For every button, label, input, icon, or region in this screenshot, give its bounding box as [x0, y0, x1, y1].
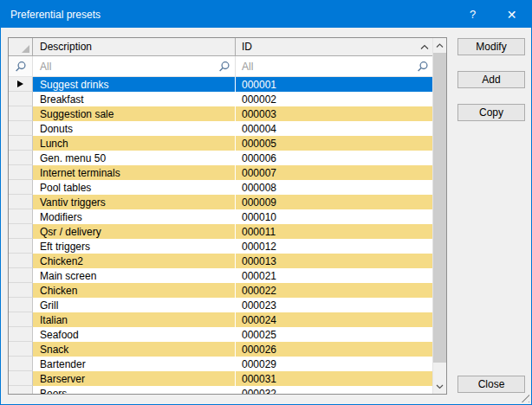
description-cell[interactable]: Beers [33, 386, 236, 394]
table-row[interactable]: Pool tables000008 [9, 180, 432, 195]
description-cell[interactable]: Main screen [33, 268, 236, 283]
add-button[interactable]: Add [457, 71, 525, 88]
id-cell[interactable]: 000004 [236, 121, 432, 136]
row-header-cell[interactable] [9, 342, 33, 357]
description-cell[interactable]: Lunch [33, 136, 236, 151]
id-cell[interactable]: 000013 [236, 254, 432, 268]
description-cell[interactable]: Seafood [33, 327, 236, 342]
select-all-corner-cell[interactable] [9, 38, 33, 55]
table-row[interactable]: Bartender000029 [9, 357, 432, 371]
table-row[interactable]: Barserver000031 [9, 371, 432, 386]
table-row[interactable]: Suggestion sale000003 [9, 106, 432, 121]
row-header-cell[interactable] [9, 327, 33, 342]
description-cell[interactable]: Eft triggers [33, 239, 236, 254]
description-cell[interactable]: Snack [33, 342, 236, 357]
id-filter-input[interactable]: All [236, 56, 432, 76]
description-cell[interactable]: Vantiv triggers [33, 195, 236, 209]
description-cell[interactable]: Pool tables [33, 180, 236, 195]
description-filter-input[interactable]: All [33, 56, 236, 76]
id-cell[interactable]: 000011 [236, 224, 432, 239]
row-header-cell[interactable] [9, 357, 33, 371]
row-header-cell[interactable] [9, 298, 33, 312]
filter-corner-cell[interactable] [9, 56, 33, 76]
scroll-down-button[interactable] [433, 379, 446, 394]
table-row[interactable]: Vantiv triggers000009 [9, 195, 432, 209]
description-cell[interactable]: Grill [33, 298, 236, 312]
description-cell[interactable]: Bartender [33, 357, 236, 371]
table-row[interactable]: Italian000024 [9, 312, 432, 327]
id-cell[interactable]: 000026 [236, 342, 432, 357]
description-cell[interactable]: Italian [33, 312, 236, 327]
search-icon[interactable] [417, 61, 429, 73]
title-bar[interactable]: Preferential presets ? ✕ [1, 1, 531, 28]
table-row[interactable]: Chicken2000013 [9, 254, 432, 268]
table-row[interactable]: Eft triggers000012 [9, 239, 432, 254]
row-header-cell[interactable] [9, 151, 33, 165]
row-header-cell[interactable] [9, 386, 33, 394]
description-cell[interactable]: Breakfast [33, 92, 236, 106]
table-row[interactable]: Qsr / delivery000011 [9, 224, 432, 239]
id-cell[interactable]: 000006 [236, 151, 432, 165]
id-cell[interactable]: 000009 [236, 195, 432, 209]
row-header-cell[interactable] [9, 254, 33, 268]
column-header-description[interactable]: Description [33, 38, 236, 55]
table-row[interactable]: Modifiers000010 [9, 209, 432, 224]
row-header-cell[interactable] [9, 180, 33, 195]
copy-button[interactable]: Copy [457, 104, 525, 121]
id-cell[interactable]: 000023 [236, 298, 432, 312]
id-cell[interactable]: 000032 [236, 386, 432, 394]
row-header-cell[interactable] [9, 121, 33, 136]
id-cell[interactable]: 000029 [236, 357, 432, 371]
description-cell[interactable]: Modifiers [33, 209, 236, 224]
scrollbar-thumb[interactable] [433, 53, 446, 363]
row-header-cell[interactable] [9, 283, 33, 298]
id-cell[interactable]: 000003 [236, 106, 432, 121]
description-cell[interactable]: Barserver [33, 371, 236, 386]
table-row[interactable]: Snack000026 [9, 342, 432, 357]
row-header-cell[interactable] [9, 268, 33, 283]
table-row[interactable]: Chicken000022 [9, 283, 432, 298]
id-cell[interactable]: 000002 [236, 92, 432, 106]
table-row[interactable]: Breakfast000002 [9, 92, 432, 106]
id-cell[interactable]: 000012 [236, 239, 432, 254]
modify-button[interactable]: Modify [457, 38, 525, 55]
description-cell[interactable]: Chicken2 [33, 254, 236, 268]
id-cell[interactable]: 000008 [236, 180, 432, 195]
table-row[interactable]: Gen. menu 50000006 [9, 151, 432, 165]
id-cell[interactable]: 000007 [236, 165, 432, 180]
id-cell[interactable]: 000022 [236, 283, 432, 298]
row-header-cell[interactable] [9, 224, 33, 239]
row-header-cell[interactable] [9, 92, 33, 106]
row-header-cell[interactable] [9, 77, 33, 92]
id-cell[interactable]: 000024 [236, 312, 432, 327]
description-cell[interactable]: Donuts [33, 121, 236, 136]
description-cell[interactable]: Suggest drinks [33, 77, 236, 92]
table-row[interactable]: Seafood000025 [9, 327, 432, 342]
description-cell[interactable]: Gen. menu 50 [33, 151, 236, 165]
id-cell[interactable]: 000010 [236, 209, 432, 224]
row-header-cell[interactable] [9, 195, 33, 209]
id-cell[interactable]: 000031 [236, 371, 432, 386]
close-button[interactable]: Close [457, 376, 525, 393]
id-cell[interactable]: 000021 [236, 268, 432, 283]
row-header-cell[interactable] [9, 239, 33, 254]
row-header-cell[interactable] [9, 209, 33, 224]
vertical-scrollbar[interactable] [432, 38, 446, 394]
close-window-button[interactable]: ✕ [492, 1, 531, 28]
id-cell[interactable]: 000025 [236, 327, 432, 342]
table-row[interactable]: Internet terminals000007 [9, 165, 432, 180]
table-row[interactable]: Donuts000004 [9, 121, 432, 136]
id-cell[interactable]: 000005 [236, 136, 432, 151]
table-row[interactable]: Lunch000005 [9, 136, 432, 151]
table-row[interactable]: Grill000023 [9, 298, 432, 312]
scrollbar-track[interactable] [433, 363, 446, 379]
scroll-up-button[interactable] [433, 38, 446, 53]
id-cell[interactable]: 000001 [236, 77, 432, 92]
row-header-cell[interactable] [9, 312, 33, 327]
row-header-cell[interactable] [9, 106, 33, 121]
row-header-cell[interactable] [9, 371, 33, 386]
description-cell[interactable]: Chicken [33, 283, 236, 298]
description-cell[interactable]: Suggestion sale [33, 106, 236, 121]
description-cell[interactable]: Internet terminals [33, 165, 236, 180]
column-header-id[interactable]: ID [236, 38, 432, 55]
